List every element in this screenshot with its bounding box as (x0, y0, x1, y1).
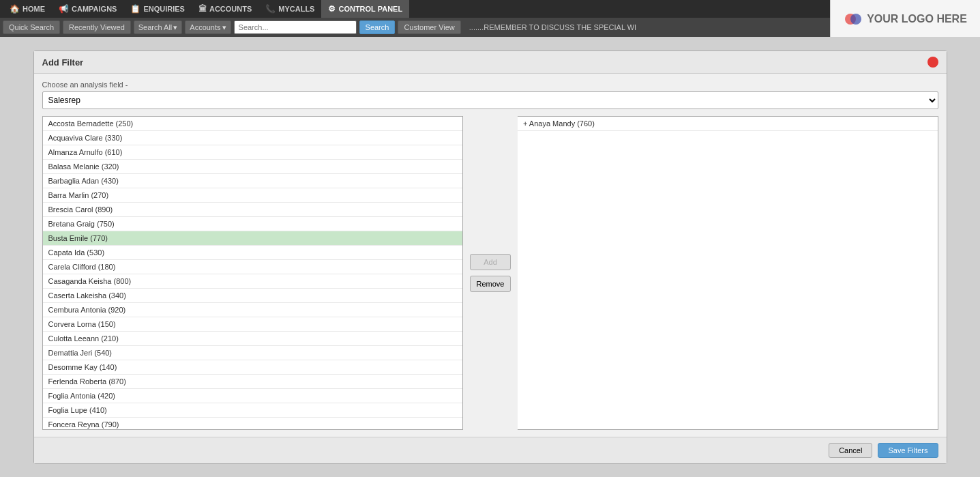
modal-body: Choose an analysis field - Salesrep Acco… (34, 74, 947, 437)
list-item[interactable]: Balasa Melanie (320) (43, 160, 463, 174)
nav-control-panel[interactable]: ⚙ CONTROL PANEL (321, 0, 409, 18)
list-item[interactable]: Almanza Arnulfo (610) (43, 145, 463, 160)
save-filters-button[interactable]: Save Filters (878, 443, 938, 458)
list-item[interactable]: Casaganda Keisha (800) (43, 274, 463, 289)
nav-mycalls[interactable]: 📞 MYCALLS (258, 0, 321, 18)
search-all-select[interactable]: Search All ▾ (134, 20, 183, 34)
list-item[interactable]: Foglia Antonia (420) (43, 389, 463, 403)
right-list-panel[interactable]: + Anaya Mandy (760) (518, 116, 938, 430)
logo-icon (844, 10, 863, 29)
button-column: Add Remove (463, 116, 518, 430)
list-item[interactable]: Barra Marlin (270) (43, 188, 463, 203)
list-item[interactable]: Accosta Bernadette (250) (43, 117, 463, 131)
list-item[interactable]: + Anaya Mandy (760) (518, 117, 938, 131)
list-item[interactable]: Carela Clifford (180) (43, 260, 463, 274)
main-content: Add Filter Choose an analysis field - Sa… (0, 37, 980, 477)
analysis-field-select[interactable]: Salesrep (42, 91, 938, 109)
chevron-down-icon-2: ▾ (222, 23, 226, 32)
logo: YOUR LOGO HERE (844, 10, 967, 29)
nav-enquiries[interactable]: 📋 ENQUIRIES (123, 0, 192, 18)
add-filter-modal: Add Filter Choose an analysis field - Sa… (33, 50, 947, 464)
quick-search-button[interactable]: Quick Search (3, 20, 60, 34)
campaigns-icon: 📢 (59, 4, 69, 14)
field-label: Choose an analysis field - (42, 81, 938, 89)
list-item[interactable]: Capata Ida (530) (43, 246, 463, 260)
recently-viewed-button[interactable]: Recently Viewed (63, 20, 131, 34)
svg-point-1 (850, 14, 861, 25)
list-area: Accosta Bernadette (250)Acquaviva Clare … (42, 116, 938, 430)
list-item[interactable]: Cembura Antonia (920) (43, 303, 463, 317)
list-item[interactable]: Bretana Graig (750) (43, 217, 463, 231)
modal-title: Add Filter (42, 57, 84, 68)
add-button[interactable]: Add (470, 254, 511, 270)
search-input[interactable] (234, 20, 357, 34)
nav-campaigns[interactable]: 📢 CAMPAIGNS (52, 0, 123, 18)
modal-footer: Cancel Save Filters (34, 437, 947, 463)
accounts-select[interactable]: Accounts ▾ (185, 20, 231, 34)
modal-header: Add Filter (34, 51, 947, 74)
mycalls-icon: 📞 (265, 4, 276, 14)
enquiries-icon: 📋 (130, 4, 140, 14)
list-item[interactable]: Caserta Lakeisha (340) (43, 289, 463, 303)
list-item[interactable]: Ferlenda Roberta (870) (43, 375, 463, 389)
list-item[interactable]: Foncera Reyna (790) (43, 418, 463, 430)
home-icon: 🏠 (10, 4, 20, 14)
nav-accounts[interactable]: 🏛 ACCOUNTS (192, 0, 258, 18)
search-button[interactable]: Search (359, 20, 396, 34)
control-panel-icon: ⚙ (328, 4, 336, 14)
list-item[interactable]: Demattia Jeri (540) (43, 346, 463, 360)
cancel-button[interactable]: Cancel (829, 443, 872, 458)
logo-area: YOUR LOGO HERE (830, 0, 980, 38)
list-item[interactable]: Corvera Lorna (150) (43, 317, 463, 332)
list-item[interactable]: Brescia Carol (890) (43, 203, 463, 217)
list-item[interactable]: Desomme Kay (140) (43, 360, 463, 375)
list-item[interactable]: Foglia Lupe (410) (43, 403, 463, 418)
accounts-icon: 🏛 (198, 4, 207, 14)
customer-view-button[interactable]: Customer View (398, 20, 460, 34)
chevron-down-icon: ▾ (173, 23, 177, 32)
nav-home[interactable]: 🏠 HOME (3, 0, 52, 18)
list-item[interactable]: Barbaglia Adan (430) (43, 174, 463, 188)
marquee-text: .......REMEMBER TO DISCUSS THE SPECIAL W… (469, 23, 636, 31)
list-item[interactable]: Busta Emile (770) (43, 231, 463, 246)
left-list-panel[interactable]: Accosta Bernadette (250)Acquaviva Clare … (42, 116, 464, 430)
list-item[interactable]: Acquaviva Clare (330) (43, 131, 463, 145)
remove-button[interactable]: Remove (470, 276, 511, 292)
modal-close-button[interactable] (927, 57, 938, 68)
list-item[interactable]: Culotta Leeann (210) (43, 332, 463, 346)
